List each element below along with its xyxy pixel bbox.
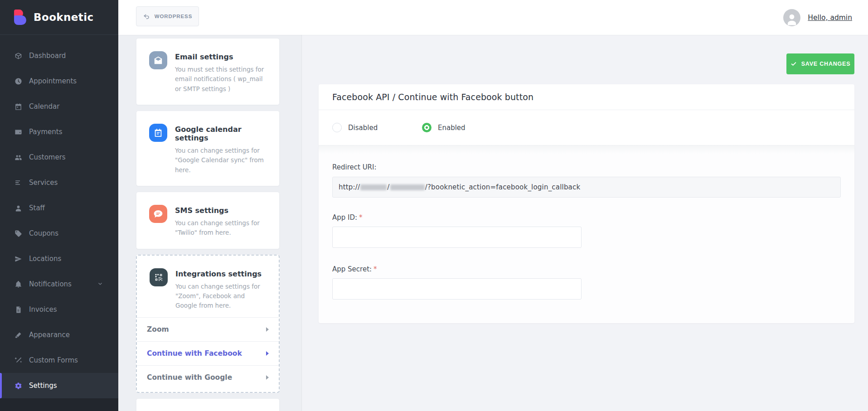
greeting-link[interactable]: Hello, admin <box>808 14 852 22</box>
sidebar-item-settings[interactable]: Settings <box>0 373 118 398</box>
chevron-right-icon <box>266 327 269 332</box>
brand-logo[interactable]: Booknetic <box>0 0 118 35</box>
sidebar-item-label: Customers <box>29 153 66 161</box>
users-icon <box>14 154 23 161</box>
person-icon <box>785 13 799 26</box>
settings-card-integrations[interactable]: Integrations settings You can change set… <box>136 255 280 393</box>
chevron-right-icon <box>266 375 269 380</box>
invoice-icon <box>14 306 23 314</box>
tag-icon <box>14 230 23 237</box>
sidebar-item-label: Appearance <box>29 331 70 339</box>
settings-card-email[interactable]: Email settings You must set this setting… <box>136 38 280 105</box>
send-icon <box>14 255 23 263</box>
back-to-wordpress-button[interactable]: WORDPRESS <box>136 6 199 26</box>
radio-label: Enabled <box>438 124 466 132</box>
sidebar-item-label: Appointments <box>29 77 77 85</box>
avatar <box>783 9 800 26</box>
gear-icon <box>14 382 23 390</box>
sidebar-item-locations[interactable]: Locations <box>0 246 118 271</box>
radio-disabled[interactable] <box>332 123 342 132</box>
settings-card-google-calendar[interactable]: Google calendar settings You can change … <box>136 111 280 186</box>
sidebar-footer-strip <box>0 398 118 411</box>
radio-option-disabled[interactable]: Disabled <box>332 123 422 132</box>
integration-link-google[interactable]: Continue with Google <box>137 365 279 389</box>
uri-text: http:// <box>339 183 360 191</box>
sidebar-item-dashboard[interactable]: Dashboard <box>0 43 118 68</box>
clock-icon <box>14 77 23 85</box>
facebook-api-panel: Facebook API / Continue with Facebook bu… <box>319 84 854 323</box>
save-button-label: SAVE CHANGES <box>801 61 851 67</box>
link-label: Continue with Facebook <box>147 349 242 358</box>
sidebar-item-label: Dashboard <box>29 52 66 60</box>
card-description: You must set this settings for email not… <box>175 65 267 94</box>
sidebar-item-appearance[interactable]: Appearance <box>0 322 118 348</box>
redacted-text <box>390 184 425 190</box>
list-icon <box>14 179 23 187</box>
status-radio-group: Disabled Enabled <box>319 110 854 145</box>
google-calendar-icon <box>149 124 167 142</box>
settings-card-sms[interactable]: SMS settings You can change settings for… <box>136 192 280 249</box>
radio-option-enabled[interactable]: Enabled <box>422 123 466 132</box>
main-content: SAVE CHANGES Facebook API / Continue wit… <box>302 35 868 411</box>
sidebar-item-services[interactable]: Services <box>0 170 118 195</box>
panel-body: Redirect URI: http:////?booknetic_action… <box>319 145 854 323</box>
panel-title: Facebook API / Continue with Facebook bu… <box>332 92 533 102</box>
booknetic-logo-icon <box>14 10 28 25</box>
sidebar-item-appointments[interactable]: Appointments <box>0 68 118 94</box>
required-mark: * <box>373 265 377 273</box>
wallet-icon <box>14 128 23 136</box>
uri-text: /?booknetic_action=facebook_login_callba… <box>425 183 581 191</box>
app-id-input[interactable] <box>332 227 582 248</box>
chevron-down-icon <box>97 280 103 288</box>
wordpress-button-label: WORDPRESS <box>155 14 193 19</box>
integrations-icon <box>150 268 168 286</box>
chevron-right-icon <box>266 351 269 356</box>
app-secret-input[interactable] <box>332 278 582 300</box>
brand-name: Booknetic <box>34 11 94 23</box>
card-title: SMS settings <box>175 206 267 215</box>
sidebar-item-notifications[interactable]: Notifications <box>0 271 118 297</box>
card-title: Google calendar settings <box>175 125 267 142</box>
save-changes-button[interactable]: SAVE CHANGES <box>786 53 854 74</box>
calendar-icon <box>14 103 23 111</box>
card-description: You can change settings for "Twilio" fro… <box>175 218 267 238</box>
sidebar-item-calendar[interactable]: Calendar <box>0 94 118 119</box>
integration-link-facebook[interactable]: Continue with Facebook <box>137 341 279 365</box>
card-title: Email settings <box>175 53 267 61</box>
redirect-uri-label: Redirect URI: <box>332 163 377 171</box>
link-label: Zoom <box>147 325 169 334</box>
sidebar-nav: Dashboard Appointments Calendar Payments… <box>0 43 118 398</box>
sidebar-item-custom-forms[interactable]: Custom Forms <box>0 348 118 373</box>
sidebar-item-staff[interactable]: Staff <box>0 195 118 221</box>
integration-link-zoom[interactable]: Zoom <box>137 317 279 341</box>
check-icon <box>790 61 797 67</box>
sidebar-item-invoices[interactable]: Invoices <box>0 297 118 322</box>
sidebar-item-label: Invoices <box>29 305 57 314</box>
card-title: Integrations settings <box>175 270 267 278</box>
integration-links: Zoom Continue with Facebook Continue wit… <box>137 317 279 392</box>
sms-icon <box>149 205 167 223</box>
card-description: You can change settings for "Google Cale… <box>175 146 267 175</box>
sidebar-item-label: Settings <box>29 382 57 390</box>
user-menu[interactable]: Hello, admin <box>783 0 852 35</box>
email-icon <box>149 51 167 69</box>
sidebar-item-label: Calendar <box>29 102 59 111</box>
settings-menu-column: Email settings You must set this setting… <box>118 35 302 411</box>
sidebar-item-label: Payments <box>29 128 62 136</box>
sidebar: Booknetic Dashboard Appointments Calenda… <box>0 0 118 411</box>
sidebar-item-payments[interactable]: Payments <box>0 119 118 145</box>
person-icon <box>14 204 23 212</box>
app-secret-label: App Secret:* <box>332 265 841 273</box>
topbar: WORDPRESS Hello, admin <box>118 0 868 35</box>
return-arrow-icon <box>143 13 150 20</box>
sidebar-item-coupons[interactable]: Coupons <box>0 221 118 246</box>
radio-enabled[interactable] <box>422 123 432 132</box>
redacted-text <box>360 184 387 190</box>
brush-icon <box>14 331 23 339</box>
required-mark: * <box>359 213 363 222</box>
wand-icon <box>14 357 23 364</box>
redirect-uri-field[interactable]: http:////?booknetic_action=facebook_logi… <box>332 177 841 198</box>
sidebar-item-customers[interactable]: Customers <box>0 145 118 170</box>
card-description: You can change settings for "Zoom", Face… <box>175 282 267 311</box>
settings-card-export-import[interactable]: Export & Import data You can export all … <box>136 398 280 411</box>
